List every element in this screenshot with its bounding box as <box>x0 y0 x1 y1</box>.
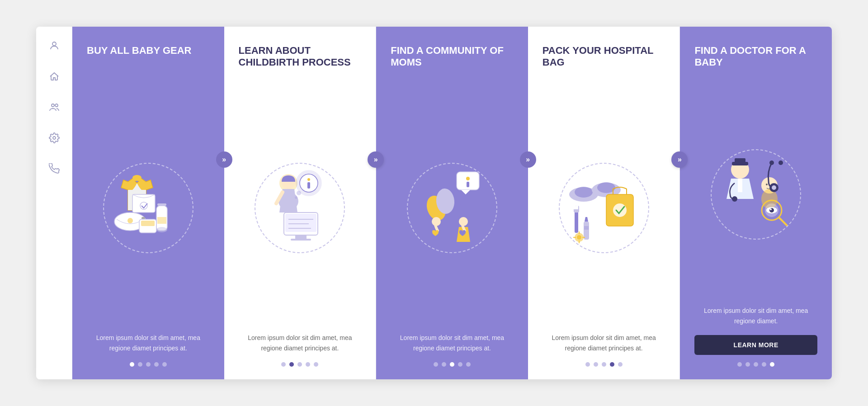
svg-rect-30 <box>291 239 311 241</box>
card3-title: FIND A COMMUNITY OF MOMS <box>391 45 514 81</box>
dot-4 <box>306 362 310 367</box>
hospital-bag-illustration <box>563 167 645 249</box>
svg-rect-28 <box>285 214 316 232</box>
card-buy-baby-gear: BUY ALL BABY GEAR <box>72 27 224 379</box>
dot-2 <box>289 362 294 367</box>
svg-point-13 <box>156 227 167 232</box>
dot-3 <box>297 362 302 367</box>
card3-pagination <box>391 362 514 367</box>
svg-rect-56 <box>584 226 589 230</box>
svg-point-46 <box>575 187 593 198</box>
svg-point-0 <box>52 42 56 46</box>
people-icon[interactable] <box>46 99 62 115</box>
dot-1 <box>130 362 134 367</box>
dot-1 <box>585 362 590 367</box>
community-illustration <box>411 167 493 249</box>
card1-title: BUY ALL BABY GEAR <box>87 45 210 81</box>
card1-circle <box>103 163 193 253</box>
card5-pagination <box>694 362 817 367</box>
svg-point-5 <box>132 175 142 180</box>
card5-illustration <box>694 92 817 297</box>
phone-icon[interactable] <box>46 161 62 177</box>
outer-wrapper: BUY ALL BABY GEAR <box>0 0 868 406</box>
baby-gear-illustration <box>108 167 189 249</box>
home-icon[interactable] <box>46 68 62 85</box>
learn-more-button[interactable]: LEARN MORE <box>694 335 817 355</box>
svg-point-41 <box>466 177 470 180</box>
dot-4 <box>458 362 462 367</box>
dot-5 <box>770 362 774 367</box>
cards-container: BUY ALL BABY GEAR <box>72 27 832 379</box>
card-find-doctor: FIND A DOCTOR FOR A BABY <box>680 27 832 379</box>
card3-description: Lorem ipsum dolor sit dim amet, mea regi… <box>391 333 514 353</box>
dot-2 <box>138 362 142 367</box>
svg-rect-53 <box>574 206 576 209</box>
card-community: FIND A COMMUNITY OF MOMS <box>376 27 528 379</box>
childbirth-illustration <box>259 167 340 249</box>
card2-description: Lorem ipsum dolor sit dim amet, mea regi… <box>239 333 362 353</box>
dot-3 <box>602 362 606 367</box>
svg-point-26 <box>295 196 297 199</box>
app-container: BUY ALL BABY GEAR <box>36 27 832 379</box>
dot-1 <box>737 362 742 367</box>
dot-3 <box>146 362 151 367</box>
svg-rect-12 <box>157 217 166 224</box>
svg-point-2 <box>55 104 58 107</box>
svg-point-78 <box>772 185 776 190</box>
dot-3 <box>754 362 758 367</box>
svg-point-74 <box>769 208 774 212</box>
card5-description: Lorem ipsum dolor sit dim amet, mea regi… <box>694 306 817 326</box>
dot-4 <box>762 362 766 367</box>
card2-arrow: » <box>368 151 384 168</box>
svg-rect-39 <box>441 199 450 212</box>
dot-3 <box>450 362 454 367</box>
card1-description: Lorem ipsum dolor sit dim amet, mea regi… <box>87 333 210 353</box>
card5-circle <box>711 149 801 240</box>
dot-4 <box>610 362 614 367</box>
svg-point-79 <box>778 161 783 165</box>
svg-rect-6 <box>132 194 155 212</box>
dot-2 <box>745 362 750 367</box>
card-hospital-bag: PACK YOUR HOSPITAL BAG <box>528 27 680 379</box>
settings-icon[interactable] <box>46 130 62 146</box>
svg-point-9 <box>127 218 133 223</box>
card1-pagination <box>87 362 210 367</box>
svg-point-50 <box>613 203 627 217</box>
dot-5 <box>618 362 623 367</box>
dot-4 <box>154 362 159 367</box>
card2-title: LEARN ABOUT CHILDBIRTH PROCESS <box>239 45 362 81</box>
card3-circle <box>407 163 497 253</box>
dot-2 <box>594 362 598 367</box>
svg-point-62 <box>577 235 581 240</box>
svg-rect-24 <box>307 182 310 189</box>
dot-5 <box>162 362 167 367</box>
card4-arrow: » <box>671 151 688 168</box>
dot-1 <box>434 362 438 367</box>
svg-rect-16 <box>141 221 155 226</box>
doctor-illustration <box>715 154 797 235</box>
user-icon[interactable] <box>46 38 62 54</box>
sidebar <box>36 27 72 379</box>
card4-circle <box>559 163 649 253</box>
card-childbirth: LEARN ABOUT CHILDBIRTH PROCESS <box>224 27 377 379</box>
card5-title: FIND A DOCTOR FOR A BABY <box>694 45 817 81</box>
svg-rect-42 <box>467 182 469 187</box>
svg-point-23 <box>307 178 310 181</box>
svg-point-66 <box>732 196 737 202</box>
svg-point-3 <box>53 137 56 139</box>
card4-illustration <box>542 92 665 324</box>
svg-rect-54 <box>576 206 578 209</box>
svg-line-76 <box>779 217 787 225</box>
svg-point-25 <box>297 191 301 195</box>
card4-description: Lorem ipsum dolor sit dim amet, mea regi… <box>542 333 665 353</box>
dot-2 <box>442 362 446 367</box>
card4-pagination <box>542 362 665 367</box>
dot-1 <box>281 362 286 367</box>
card2-illustration <box>239 92 362 324</box>
card2-circle <box>255 163 345 253</box>
dot-5 <box>314 362 318 367</box>
svg-point-75 <box>770 208 772 210</box>
dot-5 <box>466 362 471 367</box>
card3-arrow: » <box>520 151 536 168</box>
svg-point-1 <box>52 104 54 107</box>
